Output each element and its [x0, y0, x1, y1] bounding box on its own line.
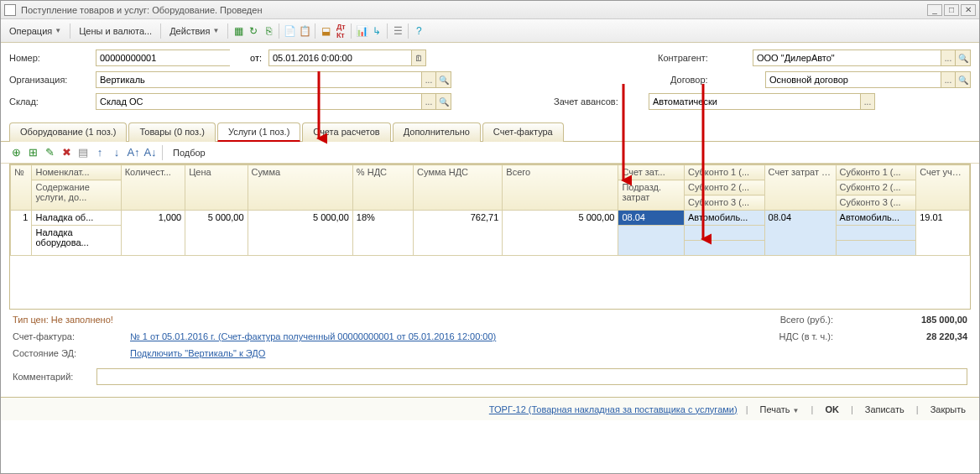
col-sub3n[interactable]: Субконто 3 (...: [836, 195, 916, 211]
col-num[interactable]: №: [11, 165, 32, 211]
search-icon[interactable]: 🔍: [956, 49, 971, 66]
search-icon[interactable]: 🔍: [956, 71, 971, 88]
torg12-link[interactable]: ТОРГ-12 (Товарная накладная за поставщик…: [489, 404, 738, 414]
col-costacc[interactable]: Счет зат...: [618, 165, 685, 180]
add-copy-icon[interactable]: ⊞: [26, 146, 39, 159]
select-button[interactable]: ...: [860, 93, 875, 110]
copy-icon[interactable]: ⎘: [262, 24, 275, 38]
vat-value: 28 220,34: [867, 331, 967, 341]
tab-goods[interactable]: Товары (0 поз.): [128, 122, 215, 142]
document-action-icon[interactable]: 📄: [283, 24, 296, 38]
structure-icon[interactable]: ⬓: [319, 24, 332, 38]
ed-state-label: Состояние ЭД:: [13, 348, 130, 358]
tab-invoice[interactable]: Счет-фактура: [482, 122, 564, 142]
invoice-link[interactable]: № 1 от 05.01.2016 г. (Счет-фактура получ…: [130, 331, 496, 341]
add-icon[interactable]: ⊕: [9, 146, 23, 159]
col-vatacc[interactable]: Счет учета НДС: [916, 165, 970, 211]
calendar-icon[interactable]: 🗓: [411, 49, 426, 66]
from-label: от:: [237, 53, 262, 63]
col-content[interactable]: Содержание услуги, до...: [32, 180, 121, 211]
comment-input[interactable]: [96, 368, 967, 385]
close-button[interactable]: Закрыть: [927, 403, 969, 416]
actions-menu[interactable]: Действия▼: [164, 24, 224, 38]
number-label: Номер:: [9, 53, 89, 63]
comment-label: Комментарий:: [13, 372, 96, 382]
save-button[interactable]: Записать: [862, 403, 908, 416]
help-icon[interactable]: ?: [412, 24, 425, 38]
vat-label: НДС (в т. ч.):: [779, 331, 833, 341]
select-button[interactable]: ...: [421, 93, 436, 110]
search-icon[interactable]: 🔍: [436, 71, 451, 88]
col-total[interactable]: Всего: [503, 165, 618, 211]
move-up-icon[interactable]: ↑: [93, 146, 107, 159]
window-titlebar: Поступление товаров и услуг: Оборудовани…: [1, 1, 979, 19]
arrow-icon[interactable]: ↳: [370, 24, 383, 38]
services-grid[interactable]: № Номенклат... Количест... Цена Сумма % …: [9, 164, 971, 310]
advance-field[interactable]: Автоматически: [649, 93, 860, 110]
col-costacc-nu[interactable]: Счет затрат (НУ): [764, 165, 836, 211]
tab-additional[interactable]: Дополнительно: [393, 122, 481, 142]
dt-kt-icon[interactable]: ДтКт: [334, 24, 347, 38]
document-icon: [4, 4, 16, 16]
search-icon[interactable]: 🔍: [436, 93, 451, 110]
row-action-icon[interactable]: ▤: [76, 146, 90, 159]
print-menu[interactable]: Печать ▼: [757, 403, 803, 416]
total-value: 185 000,00: [867, 315, 967, 325]
table-row[interactable]: 1 Наладка об... 1,000 5 000,00 5 000,00 …: [11, 211, 970, 226]
number-field[interactable]: 00000000001: [96, 49, 230, 66]
select-button[interactable]: ...: [421, 71, 436, 88]
price-type-label: Тип цен: Не заполнено!: [13, 315, 113, 325]
delete-icon[interactable]: ✖: [60, 146, 73, 159]
col-sub2[interactable]: Субконто 2 (...: [684, 180, 764, 195]
ed-connect-link[interactable]: Подключить "Вертикаль" к ЭДО: [130, 348, 265, 358]
organization-label: Организация:: [9, 75, 89, 85]
col-vatsum[interactable]: Сумма НДС: [414, 165, 503, 211]
select-button[interactable]: ...: [941, 49, 956, 66]
tab-services[interactable]: Услуги (1 поз.): [217, 122, 300, 142]
sort-asc-icon[interactable]: A↑: [127, 146, 140, 159]
edit-icon[interactable]: ✎: [43, 146, 56, 159]
tab-accounts[interactable]: Счета расчетов: [302, 122, 390, 142]
document-sheet-icon[interactable]: 📋: [298, 24, 311, 38]
operation-menu[interactable]: Операция▼: [4, 24, 66, 38]
contract-label: Договор:: [670, 75, 758, 85]
ok-button[interactable]: OK: [821, 403, 842, 416]
col-nomenclature[interactable]: Номенклат...: [32, 165, 121, 180]
select-button[interactable]: ...: [941, 71, 956, 88]
col-division[interactable]: Подразд. затрат: [618, 180, 685, 211]
sort-desc-icon[interactable]: A↓: [143, 146, 157, 159]
tab-equipment[interactable]: Оборудование (1 поз.): [9, 122, 127, 142]
maximize-button[interactable]: □: [944, 4, 959, 16]
col-sub2n[interactable]: Субконто 2 (...: [836, 180, 916, 195]
main-toolbar: Операция▼ Цены и валюта... Действия▼ ▦ ↻…: [1, 19, 979, 43]
form-header: Номер: 00000000001 от: 05.01.2016 0:00:0…: [1, 43, 979, 118]
warehouse-field[interactable]: Склад ОС: [96, 93, 421, 110]
contract-field[interactable]: Основной договор: [765, 71, 941, 88]
minimize-button[interactable]: _: [927, 4, 942, 16]
podbor-button[interactable]: Подбор: [168, 146, 211, 159]
col-sum[interactable]: Сумма: [248, 165, 352, 211]
tab-bar: Оборудование (1 поз.) Товары (0 поз.) Ус…: [1, 122, 979, 142]
date-field[interactable]: 05.01.2016 0:00:00: [268, 49, 411, 66]
col-qty[interactable]: Количест...: [121, 165, 185, 211]
post-icon[interactable]: ▦: [232, 24, 245, 38]
list-icon[interactable]: ☰: [391, 24, 404, 38]
col-sub1n[interactable]: Субконто 1 (...: [836, 165, 916, 180]
col-sub3[interactable]: Субконто 3 (...: [684, 195, 764, 211]
footer-area: Тип цен: Не заполнено! Всего (руб.): 185…: [1, 310, 979, 397]
col-sub1[interactable]: Субконто 1 (...: [684, 165, 764, 180]
advance-label: Зачет авансов:: [554, 96, 642, 107]
invoice-label: Счет-фактура:: [13, 331, 130, 341]
grid-toolbar: ⊕ ⊞ ✎ ✖ ▤ ↑ ↓ A↑ A↓ Подбор: [1, 142, 979, 164]
close-window-button[interactable]: ✕: [961, 4, 976, 16]
counterparty-field[interactable]: ООО "ДилерАвто": [753, 49, 941, 66]
organization-field[interactable]: Вертикаль: [96, 71, 421, 88]
report-icon[interactable]: 📊: [355, 24, 368, 38]
col-price[interactable]: Цена: [185, 165, 248, 211]
bottom-bar: ТОРГ-12 (Товарная накладная за поставщик…: [1, 397, 979, 420]
prices-currency-button[interactable]: Цены и валюта...: [74, 24, 157, 38]
col-vatpct[interactable]: % НДС: [352, 165, 413, 211]
selected-cell[interactable]: 08.04: [618, 211, 685, 226]
refresh-icon[interactable]: ↻: [247, 24, 260, 38]
move-down-icon[interactable]: ↓: [110, 146, 123, 159]
